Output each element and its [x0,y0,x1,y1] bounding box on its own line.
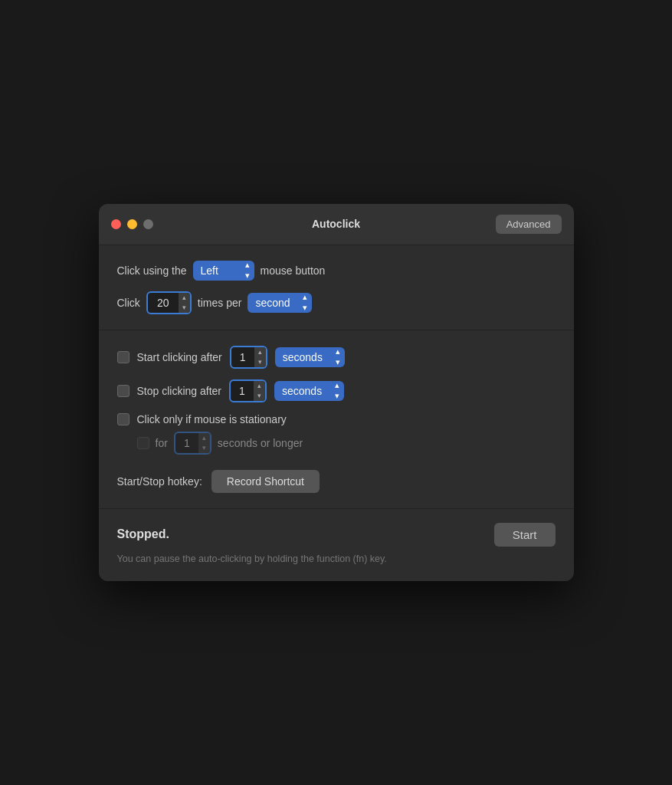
click-count-stepper-buttons: ▴ ▾ [179,293,190,313]
hotkey-label: Start/Stop hotkey: [117,475,202,488]
minimize-button[interactable] [127,219,137,229]
record-shortcut-button[interactable]: Record Shortcut [211,470,320,493]
stationary-label: Click only if mouse is stationary [137,413,287,425]
start-button[interactable]: Start [494,523,556,547]
stationary-duration-down-button[interactable]: ▾ [198,443,210,453]
stop-clicking-checkbox[interactable] [117,385,129,397]
stationary-duration-stepper: 1 ▴ ▾ [174,432,211,455]
traffic-lights [111,219,153,229]
window-title: Autoclick [312,218,360,230]
stop-clicking-row: Stop clicking after 1 ▴ ▾ seconds minute… [117,379,556,402]
click-prefix-label: Click [117,297,140,309]
titlebar: Autoclick Advanced [99,204,574,245]
main-window: Autoclick Advanced Click using the Left … [99,204,574,582]
stop-delay-up-button[interactable]: ▴ [254,381,265,391]
start-delay-input[interactable]: 1 [231,347,254,367]
times-per-label: times per [198,297,242,309]
start-unit-select[interactable]: seconds minutes hours [275,347,345,367]
stationary-suffix-label: seconds or longer [218,437,303,449]
stationary-sub-row: for 1 ▴ ▾ seconds or longer [137,432,556,455]
status-text: Stopped. [117,527,169,541]
mouse-button-select[interactable]: Left Right Middle [193,261,254,281]
click-settings-section: Click using the Left Right Middle ▴ ▾ mo… [99,245,574,330]
hint-text: You can pause the auto-clicking by holdi… [117,553,556,567]
mouse-button-row: Click using the Left Right Middle ▴ ▾ mo… [117,261,556,281]
stop-delay-down-button[interactable]: ▾ [254,391,265,401]
start-clicking-label: Start clicking after [137,351,222,363]
stop-delay-input[interactable]: 1 [231,381,254,401]
using-prefix-label: Click using the [117,264,187,277]
stationary-row: Click only if mouse is stationary [117,413,556,425]
close-button[interactable] [111,219,121,229]
advanced-button[interactable]: Advanced [496,215,562,234]
click-count-down-button[interactable]: ▾ [179,303,190,313]
stop-delay-stepper-buttons: ▴ ▾ [254,381,265,401]
click-count-input[interactable]: 20 [148,293,179,313]
for-label: for [156,437,168,449]
start-delay-stepper-buttons: ▴ ▾ [254,347,266,367]
start-delay-down-button[interactable]: ▾ [254,357,266,367]
click-rate-row: Click 20 ▴ ▾ times per second minute ▴ ▾ [117,291,556,314]
status-section: Stopped. Start You can pause the auto-cl… [99,509,574,582]
hotkey-row: Start/Stop hotkey: Record Shortcut [117,470,556,493]
stationary-checkbox[interactable] [117,413,129,425]
stop-delay-stepper: 1 ▴ ▾ [229,379,267,402]
stop-unit-select-wrapper: seconds minutes hours ▴ ▾ [274,381,344,401]
frequency-select-wrapper: second minute ▴ ▾ [247,293,312,313]
stationary-sub-checkbox[interactable] [137,437,149,449]
start-delay-stepper: 1 ▴ ▾ [230,346,267,369]
stationary-duration-up-button[interactable]: ▴ [198,433,210,443]
start-clicking-row: Start clicking after 1 ▴ ▾ seconds minut… [117,346,556,369]
start-unit-select-wrapper: seconds minutes hours ▴ ▾ [275,347,345,367]
click-count-stepper: 20 ▴ ▾ [146,291,192,314]
stop-clicking-label: Stop clicking after [137,385,222,397]
status-row: Stopped. Start [117,523,556,547]
maximize-button[interactable] [143,219,153,229]
stationary-duration-stepper-buttons: ▴ ▾ [198,433,210,453]
frequency-select[interactable]: second minute [247,293,312,313]
start-clicking-checkbox[interactable] [117,351,129,363]
stop-unit-select[interactable]: seconds minutes hours [274,381,344,401]
start-delay-up-button[interactable]: ▴ [254,347,266,357]
stationary-duration-input[interactable]: 1 [175,433,198,453]
timing-section: Start clicking after 1 ▴ ▾ seconds minut… [99,330,574,509]
mouse-button-select-wrapper: Left Right Middle ▴ ▾ [193,261,254,281]
using-suffix-label: mouse button [261,264,326,277]
click-count-up-button[interactable]: ▴ [179,293,190,303]
